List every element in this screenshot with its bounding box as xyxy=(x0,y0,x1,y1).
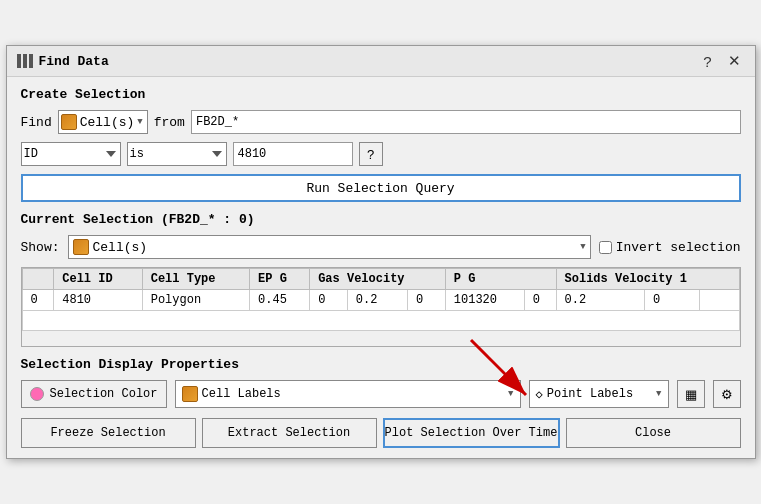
invert-row: Invert selection xyxy=(599,240,741,255)
help-button[interactable]: ? xyxy=(699,53,715,70)
dialog-body: Create Selection Find Cell(s) ▼ from ID … xyxy=(7,77,755,458)
selection-table-wrapper: Cell ID Cell Type EP G Gas Velocity P G … xyxy=(21,267,741,347)
cell-pg: 101320 xyxy=(445,290,524,311)
title-bar: Find Data ? ✕ xyxy=(7,46,755,77)
from-label: from xyxy=(154,115,185,130)
from-input[interactable] xyxy=(191,110,741,134)
color-btn-label: Selection Color xyxy=(50,387,158,401)
current-selection-header: Current Selection (FB2D_* : 0) xyxy=(21,212,741,227)
display-props-row: Selection Color Cell Labels ▼ ◇ Point La… xyxy=(21,380,741,408)
show-label: Show: xyxy=(21,240,60,255)
app-icon xyxy=(17,54,33,68)
cell-type-dropdown[interactable]: Cell(s) ▼ xyxy=(58,110,148,134)
show-cell-icon xyxy=(73,239,89,255)
invert-selection-checkbox[interactable] xyxy=(599,241,612,254)
table-row: 0 4810 Polygon 0.45 0 0.2 0 101320 0 0.2… xyxy=(22,290,739,311)
query-row: ID is ? xyxy=(21,142,741,166)
run-selection-query-button[interactable]: Run Selection Query xyxy=(21,174,741,202)
invert-label: Invert selection xyxy=(616,240,741,255)
cell-gv-y: 0.2 xyxy=(347,290,407,311)
dialog-title: Find Data xyxy=(39,54,109,69)
cell-icon xyxy=(61,114,77,130)
cell-ep-g: 0.45 xyxy=(250,290,310,311)
cell-pg2: 0 xyxy=(524,290,556,311)
freeze-selection-button[interactable]: Freeze Selection xyxy=(21,418,196,448)
color-circle xyxy=(30,387,44,401)
col-gas-velocity: Gas Velocity xyxy=(310,269,446,290)
cell-type-value: Cell(s) xyxy=(80,115,135,130)
col-ep-g: EP G xyxy=(250,269,310,290)
point-labels-arrow-icon: ▼ xyxy=(656,389,661,399)
bottom-buttons-row: Freeze Selection Extract Selection Plot … xyxy=(21,418,741,448)
selection-color-button[interactable]: Selection Color xyxy=(21,380,167,408)
grid-icon: ▦ xyxy=(685,387,697,402)
cell-sv-x: 0.2 xyxy=(556,290,644,311)
cell-gv-x: 0 xyxy=(310,290,348,311)
title-bar-left: Find Data xyxy=(17,54,109,69)
cell-labels-label: Cell Labels xyxy=(202,387,281,401)
query-help-button[interactable]: ? xyxy=(359,142,383,166)
close-dialog-button[interactable]: Close xyxy=(566,418,741,448)
selection-table: Cell ID Cell Type EP G Gas Velocity P G … xyxy=(22,268,740,331)
find-data-dialog: Find Data ? ✕ Create Selection Find Cell… xyxy=(6,45,756,459)
table-empty-row xyxy=(22,311,739,331)
point-labels-dropdown[interactable]: ◇ Point Labels ▼ xyxy=(529,380,669,408)
cell-index: 0 xyxy=(22,290,54,311)
cell-sv-y: 0 xyxy=(645,290,700,311)
title-bar-controls: ? ✕ xyxy=(699,52,744,70)
table-header-row: Cell ID Cell Type EP G Gas Velocity P G … xyxy=(22,269,739,290)
close-button[interactable]: ✕ xyxy=(724,52,745,70)
show-value: Cell(s) xyxy=(93,240,148,255)
field-select[interactable]: ID xyxy=(21,142,121,166)
find-row: Find Cell(s) ▼ from xyxy=(21,110,741,134)
cell-type-arrow-icon: ▼ xyxy=(137,117,142,127)
cell-type-value: Polygon xyxy=(142,290,249,311)
show-dropdown-arrow-icon: ▼ xyxy=(580,242,585,252)
selection-display-header: Selection Display Properties xyxy=(21,357,741,372)
settings-icon-button[interactable]: ⚙ xyxy=(713,380,741,408)
cell-labels-dropdown[interactable]: Cell Labels ▼ xyxy=(175,380,521,408)
query-value-input[interactable] xyxy=(233,142,353,166)
col-index xyxy=(22,269,54,290)
operator-select[interactable]: is xyxy=(127,142,227,166)
create-selection-header: Create Selection xyxy=(21,87,741,102)
cell-id-value: 4810 xyxy=(54,290,142,311)
cell-gv-z: 0 xyxy=(408,290,446,311)
col-cell-id: Cell ID xyxy=(54,269,142,290)
gear-icon: ⚙ xyxy=(721,387,733,402)
cell-sv-z xyxy=(700,290,739,311)
show-dropdown[interactable]: Cell(s) ▼ xyxy=(68,235,591,259)
point-labels-label: Point Labels xyxy=(547,387,633,401)
col-solids-velocity: Solids Velocity 1 xyxy=(556,269,739,290)
plot-selection-over-time-button[interactable]: Plot Selection Over Time xyxy=(383,418,560,448)
col-p-g: P G xyxy=(445,269,556,290)
extract-selection-button[interactable]: Extract Selection xyxy=(202,418,377,448)
show-row: Show: Cell(s) ▼ Invert selection xyxy=(21,235,741,259)
col-cell-type: Cell Type xyxy=(142,269,249,290)
point-labels-prefix: ◇ xyxy=(536,387,543,402)
cell-labels-arrow-icon: ▼ xyxy=(508,389,513,399)
grid-icon-button[interactable]: ▦ xyxy=(677,380,705,408)
cell-labels-icon xyxy=(182,386,198,402)
find-label: Find xyxy=(21,115,52,130)
